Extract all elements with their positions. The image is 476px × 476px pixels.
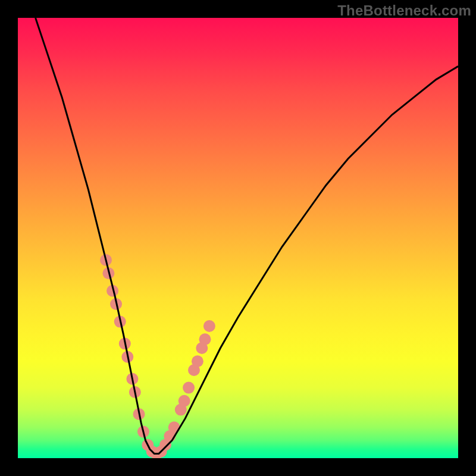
marker-dot [199, 333, 211, 345]
chart-frame: TheBottleneck.com [0, 0, 476, 476]
chart-plot-area [18, 18, 458, 458]
watermark-text: TheBottleneck.com [337, 2, 471, 19]
marker-dot [178, 395, 190, 407]
chart-svg [18, 18, 458, 458]
marker-dot [203, 320, 215, 332]
curve-path [36, 18, 458, 454]
marker-dot [192, 355, 203, 367]
marker-dot [183, 382, 195, 394]
markers-group [100, 254, 215, 458]
